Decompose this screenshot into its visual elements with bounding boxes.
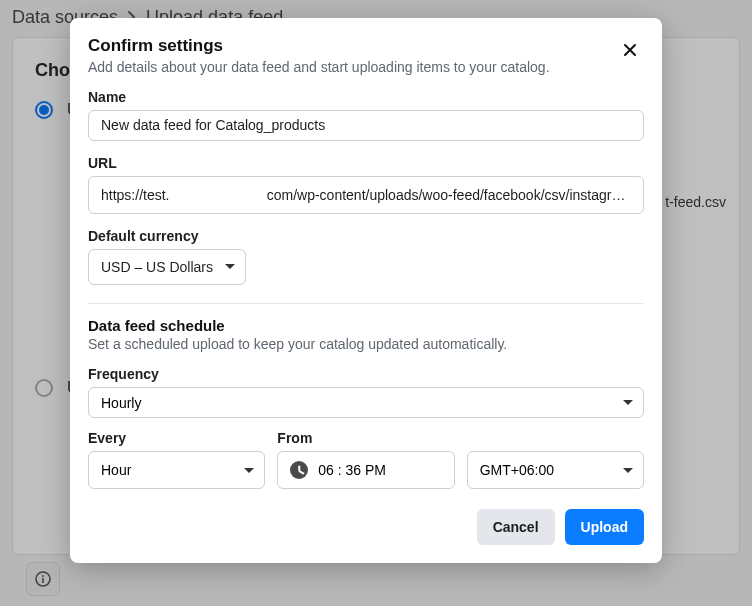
caret-down-icon — [244, 468, 254, 473]
time-input[interactable]: 06 : 36 PM — [277, 451, 454, 489]
currency-label: Default currency — [88, 228, 644, 244]
frequency-value: Hourly — [101, 395, 141, 411]
name-input[interactable] — [88, 110, 644, 141]
every-select[interactable]: Hour — [88, 451, 265, 489]
schedule-title: Data feed schedule — [88, 317, 644, 334]
currency-select[interactable]: USD – US Dollars — [88, 249, 246, 285]
modal-subtitle: Add details about your data feed and sta… — [88, 59, 550, 75]
schedule-subtitle: Set a scheduled upload to keep your cata… — [88, 336, 644, 352]
timezone-select[interactable]: GMT+06:00 — [467, 451, 644, 489]
modal-title: Confirm settings — [88, 36, 550, 56]
time-value: 06 : 36 PM — [318, 462, 386, 478]
name-label: Name — [88, 89, 644, 105]
from-label: From — [277, 430, 454, 446]
caret-down-icon — [623, 468, 633, 473]
timezone-value: GMT+06:00 — [480, 462, 554, 478]
clock-icon — [290, 461, 308, 479]
upload-button[interactable]: Upload — [565, 509, 644, 545]
frequency-select[interactable]: Hourly — [88, 387, 644, 418]
every-label: Every — [88, 430, 265, 446]
cancel-button[interactable]: Cancel — [477, 509, 555, 545]
every-value: Hour — [101, 462, 131, 478]
url-label: URL — [88, 155, 644, 171]
currency-value: USD – US Dollars — [101, 259, 213, 275]
confirm-settings-modal: Confirm settings Add details about your … — [70, 18, 662, 563]
caret-down-icon — [225, 264, 235, 269]
url-input[interactable] — [88, 176, 644, 214]
divider — [88, 303, 644, 304]
frequency-label: Frequency — [88, 366, 644, 382]
caret-down-icon — [623, 400, 633, 405]
close-button[interactable] — [616, 36, 644, 64]
close-icon — [622, 42, 638, 58]
